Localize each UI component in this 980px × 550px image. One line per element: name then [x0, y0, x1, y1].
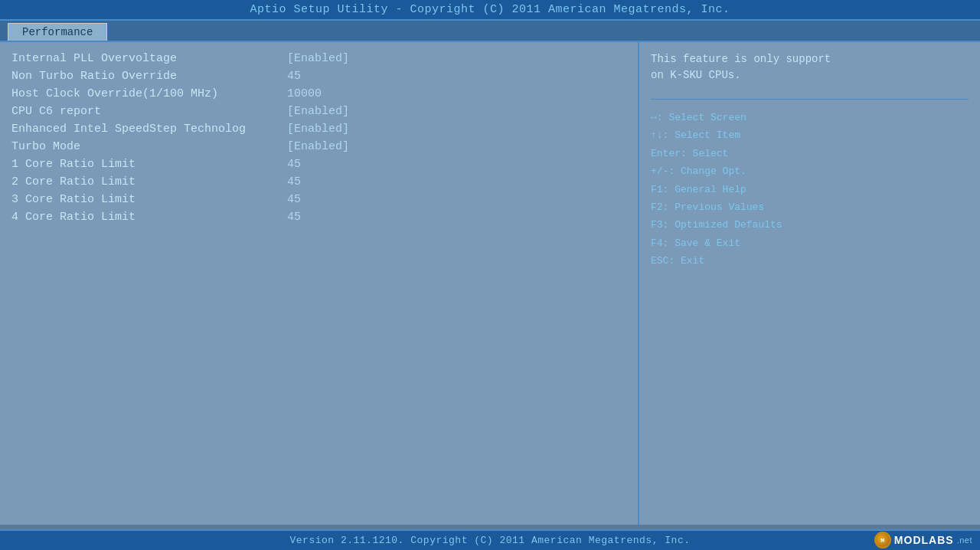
menu-item-label: 2 Core Ratio Limit: [11, 175, 287, 188]
menu-item-value: 45: [287, 211, 301, 224]
menu-item-value: 45: [287, 193, 301, 206]
menu-item-value: [Enabled]: [287, 140, 349, 153]
menu-item-label: Internal PLL Overvoltage: [11, 52, 287, 65]
modlabs-brand: MODLABS: [894, 534, 954, 546]
divider: [651, 99, 969, 100]
menu-item-value: [Enabled]: [287, 52, 349, 65]
menu-item[interactable]: Non Turbo Ratio Override45: [11, 67, 626, 85]
header-title: Aptio Setup Utility - Copyright (C) 2011…: [250, 3, 730, 16]
menu-item[interactable]: 4 Core Ratio Limit45: [11, 208, 626, 226]
right-panel: This feature is only support on K-SKU CP…: [639, 42, 980, 525]
menu-item[interactable]: 2 Core Ratio Limit45: [11, 173, 626, 191]
menu-item[interactable]: Turbo Mode[Enabled]: [11, 138, 626, 156]
menu-item[interactable]: Internal PLL Overvoltage[Enabled]: [11, 50, 626, 67]
key-help-item: ↑↓: Select Item: [651, 126, 969, 144]
menu-item-label: 1 Core Ratio Limit: [11, 158, 287, 171]
top-bar: Aptio Setup Utility - Copyright (C) 2011…: [0, 0, 980, 21]
key-help-item: F4: Save & Exit: [651, 234, 969, 252]
menu-item-label: Enhanced Intel SpeedStep Technolog: [11, 123, 287, 136]
help-text: This feature is only support on K-SKU CP…: [651, 51, 969, 83]
bottom-bar: Version 2.11.1210. Copyright (C) 2011 Am…: [0, 529, 980, 550]
menu-container: Internal PLL Overvoltage[Enabled]Non Tur…: [11, 50, 626, 226]
menu-item-label: Turbo Mode: [11, 140, 287, 153]
footer-text: Version 2.11.1210. Copyright (C) 2011 Am…: [290, 535, 691, 546]
menu-item[interactable]: 1 Core Ratio Limit45: [11, 156, 626, 173]
menu-item[interactable]: CPU C6 report[Enabled]: [11, 103, 626, 120]
key-help-item: ESC: Exit: [651, 252, 969, 270]
key-help: ↔: Select Screen↑↓: Select ItemEnter: Se…: [651, 109, 969, 270]
key-help-item: +/-: Change Opt.: [651, 162, 969, 180]
menu-item-label: CPU C6 report: [11, 105, 287, 118]
key-help-item: F1: General Help: [651, 181, 969, 198]
modlabs-suffix: .net: [957, 535, 972, 545]
menu-item-label: 3 Core Ratio Limit: [11, 193, 287, 206]
tab-row: Performance: [0, 21, 980, 42]
modlabs-icon: M: [874, 532, 891, 548]
menu-item-value: 10000: [287, 87, 322, 100]
menu-item[interactable]: Host Clock Override(1/100 MHz)10000: [11, 85, 626, 103]
key-help-item: F2: Previous Values: [651, 198, 969, 216]
key-help-item: Enter: Select: [651, 145, 969, 162]
main-content: Internal PLL Overvoltage[Enabled]Non Tur…: [0, 42, 980, 525]
menu-item-value: [Enabled]: [287, 105, 349, 118]
tab-performance[interactable]: Performance: [8, 23, 107, 41]
key-help-item: F3: Optimized Defaults: [651, 216, 969, 234]
menu-item[interactable]: 3 Core Ratio Limit45: [11, 191, 626, 208]
left-panel: Internal PLL Overvoltage[Enabled]Non Tur…: [0, 42, 639, 525]
menu-item-value: 45: [287, 70, 301, 83]
menu-item-value: [Enabled]: [287, 123, 349, 136]
modlabs-logo: M MODLABS.net: [874, 532, 972, 548]
menu-item-label: 4 Core Ratio Limit: [11, 211, 287, 224]
menu-item-value: 45: [287, 158, 301, 171]
menu-item-label: Host Clock Override(1/100 MHz): [11, 87, 287, 100]
menu-item-value: 45: [287, 175, 301, 188]
key-help-item: ↔: Select Screen: [651, 109, 969, 126]
menu-item[interactable]: Enhanced Intel SpeedStep Technolog[Enabl…: [11, 120, 626, 138]
menu-item-label: Non Turbo Ratio Override: [11, 70, 287, 83]
